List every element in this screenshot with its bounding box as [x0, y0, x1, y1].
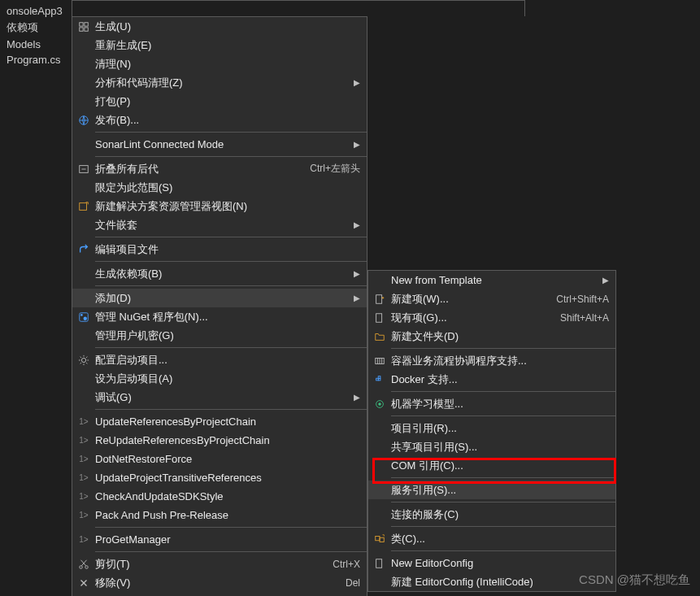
svg-rect-29 [376, 559, 382, 568]
menu-item[interactable]: 机器学习模型... [368, 394, 615, 413]
ps-icon: 1> [72, 417, 95, 426]
menu-item[interactable]: 发布(B)... [72, 111, 367, 129]
menu-label: 折叠所有后代 [95, 162, 293, 176]
svg-rect-8 [80, 312, 89, 321]
menu-item[interactable]: 1>CheckAndUpdateSDKStyle [72, 487, 367, 506]
menu-shortcut: Ctrl+左箭头 [310, 162, 360, 176]
menu-label: 调试(G) [95, 390, 347, 405]
cut-icon [72, 559, 95, 570]
menu-label: 管理用户机密(G) [95, 328, 360, 343]
menu-item[interactable]: 新建项(W)...Ctrl+Shift+A [368, 289, 615, 308]
menu-item[interactable]: 添加(D)▶ [72, 289, 367, 307]
menu-separator [95, 156, 367, 157]
menu-item[interactable]: 连接的服务(C) [368, 505, 615, 524]
menu-label: 新建文件夹(D) [391, 329, 609, 344]
menu-shortcut: Del [346, 577, 360, 589]
menu-separator [95, 551, 367, 552]
menu-separator [95, 527, 367, 528]
menu-item[interactable]: 项目引用(R)... [368, 419, 615, 437]
tree-project[interactable]: onsoleApp3 [0, 3, 72, 19]
menu-item[interactable]: New from Template▶ [368, 271, 615, 289]
menu-item[interactable]: 折叠所有后代Ctrl+左箭头 [72, 159, 367, 178]
menu-separator [95, 409, 367, 410]
menu-item[interactable]: 类(C)... [368, 529, 615, 548]
menu-item[interactable]: 调试(G)▶ [72, 388, 367, 407]
menu-item[interactable]: 移除(V)Del [72, 573, 367, 592]
menu-item[interactable]: 生成(U) [72, 17, 367, 36]
menu-item[interactable]: New EditorConfig [368, 554, 615, 572]
menu-separator [95, 132, 367, 133]
menu-item[interactable]: 分析和代码清理(Z)▶ [72, 73, 367, 92]
menu-item[interactable]: Docker 支持... [368, 370, 615, 389]
menu-label: 服务引用(S)... [391, 483, 609, 498]
menu-label: Pack And Push Pre-Release [95, 509, 360, 521]
menu-item[interactable]: 容器业务流程协调程序支持... [368, 351, 615, 370]
menu-separator [391, 415, 615, 416]
menu-label: New EditorConfig [391, 557, 609, 569]
menu-item[interactable]: 新建解决方案资源管理器视图(N) [72, 197, 367, 215]
menu-label: 现有项(G)... [391, 311, 544, 325]
menu-separator [391, 526, 615, 527]
menu-item[interactable]: 服务引用(S)... [368, 481, 615, 499]
menu-label: 新建 EditorConfig (IntelliCode) [391, 575, 609, 589]
menu-item[interactable]: 限定为此范围(S) [72, 178, 367, 197]
menu-separator [95, 285, 367, 286]
menu-label: 项目引用(R)... [391, 421, 609, 436]
menu-label: 生成依赖项(B) [95, 267, 347, 281]
menu-shortcut: Shift+Alt+A [560, 312, 609, 324]
menu-shortcut: Ctrl+Shift+A [556, 294, 609, 305]
menu-item[interactable]: 1>DotNetRestoreForce [72, 450, 367, 468]
menu-item[interactable]: 编辑项目文件 [72, 240, 367, 259]
menu-item[interactable]: 管理用户机密(G) [72, 326, 367, 345]
menu-item[interactable]: 管理 NuGet 程序包(N)... [72, 307, 367, 326]
delete-icon [72, 577, 95, 589]
ml-icon [368, 398, 391, 410]
menu-item[interactable]: 1>Pack And Push Pre-Release [72, 506, 367, 524]
submenu-arrow-icon: ▶ [354, 269, 360, 278]
menu-label: COM 引用(C)... [391, 459, 609, 473]
menu-item[interactable]: 1>UpdateProjectTransitiveReferences [72, 468, 367, 487]
menu-label: 移除(V) [95, 576, 329, 590]
menu-item[interactable]: 打包(P) [72, 92, 367, 111]
menu-item[interactable]: 1>UpdateReferencesByProjectChain [72, 412, 367, 431]
menu-label: DotNetRestoreForce [95, 453, 360, 465]
menu-label: 清理(N) [95, 57, 360, 72]
submenu-arrow-icon: ▶ [354, 393, 360, 402]
menu-label: 类(C)... [391, 532, 609, 546]
menu-item[interactable]: 共享项目引用(S)... [368, 437, 615, 456]
menu-item[interactable]: 1>ProGetManager [72, 530, 367, 549]
menu-label: UpdateReferencesByProjectChain [95, 415, 360, 428]
menu-item[interactable]: 配置启动项目... [72, 350, 367, 369]
submenu-arrow-icon: ▶ [354, 140, 360, 149]
menu-label: 共享项目引用(S)... [391, 440, 609, 455]
menu-item[interactable]: 设为启动项目(A) [72, 369, 367, 388]
svg-rect-16 [376, 294, 382, 303]
menu-item[interactable]: 新建文件夹(D) [368, 327, 615, 346]
menu-item[interactable]: 剪切(T)Ctrl+X [72, 555, 367, 573]
tree-item-program[interactable]: Program.cs [0, 52, 72, 67]
menu-item[interactable]: COM 引用(C)... [368, 456, 615, 475]
menu-item[interactable]: SonarLint Connected Mode▶ [72, 135, 367, 154]
svg-rect-2 [80, 27, 83, 30]
menu-item[interactable]: 重命名(M)F2 [72, 592, 367, 596]
collapse-icon [72, 163, 95, 175]
menu-separator [391, 550, 615, 551]
menu-item[interactable]: 1>ReUpdateReferencesByProjectChain [72, 431, 367, 450]
new-item-icon [368, 294, 391, 305]
menu-separator [95, 261, 367, 262]
menu-item[interactable]: 重新生成(E) [72, 36, 367, 54]
menu-item[interactable]: 清理(N) [72, 54, 367, 73]
svg-point-9 [80, 314, 83, 316]
menu-label: 机器学习模型... [391, 397, 609, 411]
menu-item[interactable]: 文件嵌套▶ [72, 215, 367, 234]
menu-item[interactable]: 现有项(G)...Shift+Alt+A [368, 308, 615, 327]
submenu-arrow-icon: ▶ [354, 78, 360, 87]
menu-item[interactable]: 生成依赖项(B)▶ [72, 264, 367, 283]
tree-item-models[interactable]: Models [0, 37, 72, 52]
docker-icon [368, 374, 391, 385]
menu-label: New from Template [391, 274, 596, 286]
tree-item-deps[interactable]: 依赖项 [0, 19, 72, 37]
svg-point-26 [378, 402, 381, 406]
menu-label: 文件嵌套 [95, 218, 347, 233]
watermark: CSDN @猫不想吃鱼 [579, 572, 690, 588]
